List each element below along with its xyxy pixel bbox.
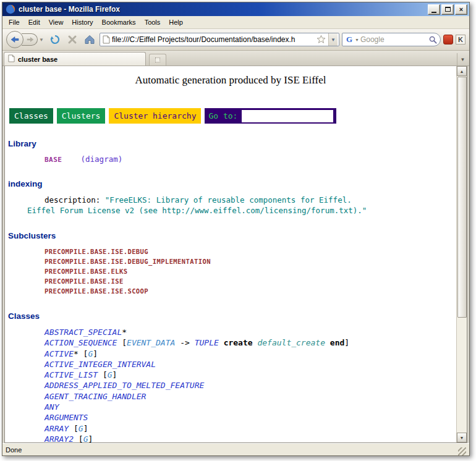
bookmark-star-icon[interactable] — [317, 35, 326, 44]
class-list-item: ANY — [45, 402, 456, 412]
class-list-item: ACTIVE_INTEGER_INTERVAL — [45, 359, 456, 370]
indexing-line-1: description: "FreeELKS: Library of reusa… — [45, 195, 456, 205]
address-bar[interactable]: ▼ — [100, 33, 339, 46]
goto-label: Go to: — [208, 111, 237, 121]
new-tab-icon — [155, 57, 160, 62]
new-tab-stub[interactable] — [149, 54, 166, 66]
resize-grip[interactable] — [458, 447, 466, 455]
search-magnifier-icon[interactable] — [429, 36, 437, 44]
feature-link[interactable]: default_create — [257, 338, 325, 347]
list-all-tabs-button[interactable]: ▼ — [457, 53, 468, 66]
plain-text: [ — [98, 370, 108, 379]
subcluster-link[interactable]: PRECOMPILE.BASE.ISE.SCOOP — [45, 286, 456, 296]
plain-text: [ — [79, 349, 88, 358]
menu-history[interactable]: History — [67, 17, 97, 28]
addon-icon-k[interactable]: K — [456, 35, 465, 44]
tab-cluster-base[interactable]: cluster base — [4, 52, 146, 66]
tab-label: cluster base — [18, 56, 57, 63]
scroll-up-button[interactable]: ▲ — [457, 66, 467, 76]
class-link[interactable]: ANY — [45, 402, 59, 412]
indexing-description-value: "FreeELKS: Library of reusable component… — [105, 195, 352, 205]
scroll-down-button[interactable]: ▼ — [457, 433, 467, 442]
plain-text: [ — [117, 338, 127, 347]
class-link[interactable]: ACTIVE_INTEGER_INTERVAL — [45, 360, 156, 369]
menu-file[interactable]: File — [4, 17, 24, 28]
keyword-text: end — [330, 338, 344, 347]
scrollbar-thumb[interactable] — [457, 77, 467, 318]
cluster-hierarchy-button[interactable]: Cluster hierarchy — [109, 108, 201, 124]
window-controls: × — [428, 4, 467, 15]
class-link[interactable]: AGENT_TRACING_HANDLER — [45, 392, 146, 401]
generic-param-link[interactable]: G — [79, 424, 83, 433]
indexing-description-label: description: — [45, 195, 105, 205]
goto-input[interactable] — [242, 111, 333, 122]
titlebar[interactable]: cluster base - Mozilla Firefox × — [2, 2, 469, 16]
home-button[interactable] — [82, 32, 97, 47]
addon-icon-red[interactable] — [443, 35, 453, 44]
menu-help[interactable]: Help — [164, 17, 187, 28]
address-dropdown[interactable]: ▼ — [328, 33, 338, 46]
classes-button[interactable]: Classes — [9, 108, 53, 124]
back-forward-cluster: ▼ — [6, 31, 44, 48]
class-list-item: ARRAY2 [G] — [45, 434, 456, 442]
google-icon: G — [345, 35, 354, 44]
subcluster-link[interactable]: PRECOMPILE.BASE.ISE.DEBUG_IMPLEMENTATION — [45, 256, 456, 266]
class-list-item: AGENT_TRACING_HANDLER — [45, 391, 456, 402]
plain-text: ] — [83, 424, 88, 433]
subclusters-list: PRECOMPILE.BASE.ISE.DEBUGPRECOMPILE.BASE… — [5, 247, 456, 296]
library-base-link[interactable]: BASE — [45, 156, 62, 164]
subcluster-link[interactable]: PRECOMPILE.BASE.ELKS — [45, 266, 456, 276]
class-link[interactable]: ACTIVE_LIST — [45, 370, 98, 379]
stop-icon — [67, 35, 77, 44]
menu-view[interactable]: View — [45, 17, 68, 28]
class-link[interactable]: ARGUMENTS — [45, 413, 88, 422]
class-link[interactable]: TUPLE — [195, 338, 219, 347]
library-line: BASE (diagram) — [45, 154, 456, 164]
class-link[interactable]: ACTIVE — [45, 349, 74, 358]
plain-text: [ — [69, 424, 79, 433]
vertical-scrollbar[interactable]: ▲ ▼ — [456, 66, 467, 442]
doc-nav-row: Classes Clusters Cluster hierarchy Go to… — [9, 108, 456, 124]
class-link[interactable]: ARRAY — [45, 424, 69, 433]
indexing-heading: indexing — [8, 179, 456, 188]
generic-param-link[interactable]: EVENT_DATA — [127, 338, 175, 347]
diagram-link[interactable]: (diagram) — [81, 154, 123, 164]
search-bar[interactable]: G ▼ — [342, 33, 441, 46]
search-input[interactable] — [360, 35, 428, 44]
plain-text: * — [74, 349, 79, 358]
close-button[interactable]: × — [455, 4, 467, 15]
indexing-line-2: Eiffel Forum License v2 (see http://www.… — [27, 205, 456, 216]
reload-button[interactable] — [48, 32, 62, 47]
menu-bookmarks[interactable]: Bookmarks — [98, 17, 140, 28]
generic-param-link[interactable]: G — [108, 370, 113, 379]
tab-page-icon — [8, 54, 15, 64]
menu-edit[interactable]: Edit — [24, 17, 45, 28]
stop-button[interactable] — [65, 32, 80, 47]
search-engine-dropdown[interactable]: ▼ — [355, 38, 359, 42]
class-link[interactable]: ADDRESS_APPLIED_TO_MELTED_FEATURE — [45, 381, 204, 390]
keyword-text: create — [224, 338, 253, 347]
plain-text: ] — [88, 434, 93, 442]
minimize-button[interactable] — [428, 4, 440, 15]
back-forward-dropdown[interactable]: ▼ — [39, 37, 44, 43]
address-input[interactable] — [112, 35, 315, 44]
maximize-button[interactable] — [441, 4, 454, 15]
subcluster-link[interactable]: PRECOMPILE.BASE.ISE.DEBUG — [45, 247, 456, 256]
back-button[interactable] — [6, 31, 23, 48]
plain-text — [219, 338, 224, 347]
clusters-button[interactable]: Clusters — [57, 108, 106, 124]
class-link[interactable]: ARRAY2 — [45, 434, 74, 442]
forward-button[interactable] — [22, 33, 38, 46]
window-title: cluster base - Mozilla Firefox — [19, 5, 425, 14]
menu-tools[interactable]: Tools — [140, 17, 165, 28]
nav-toolbar: ▼ ▼ G ▼ K — [2, 29, 469, 51]
plain-text: ] — [113, 370, 117, 379]
plain-text: ] — [93, 349, 98, 358]
class-list-item: ARGUMENTS — [45, 412, 456, 423]
class-link[interactable]: ABSTRACT_SPECIAL — [45, 328, 122, 337]
forward-arrow-icon — [26, 35, 35, 44]
subcluster-link[interactable]: PRECOMPILE.BASE.ISE — [45, 276, 456, 286]
plain-text — [325, 338, 330, 347]
subclusters-heading: Subclusters — [8, 231, 456, 240]
class-link[interactable]: ACTION_SEQUENCE — [45, 338, 117, 347]
